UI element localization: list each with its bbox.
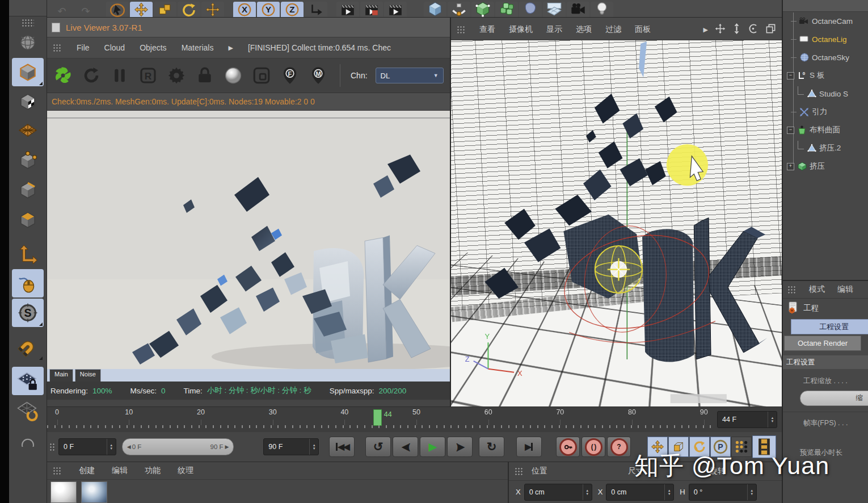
render-queue-icon[interactable]: [384, 2, 407, 17]
current-frame-handle[interactable]: [373, 409, 382, 426]
light-bulb-icon[interactable]: [591, 2, 613, 17]
viewport-mouse[interactable]: [12, 269, 44, 297]
spinner-arrows-icon[interactable]: ▲▼: [664, 484, 673, 500]
make-editable-globe[interactable]: [12, 28, 44, 57]
menubar-grip[interactable]: [53, 44, 62, 52]
vp-rotate-icon[interactable]: [748, 23, 759, 36]
next-key-icon[interactable]: )▶: [447, 437, 473, 457]
primitive-cube-icon[interactable]: [424, 2, 446, 17]
axis-y-button[interactable]: Y: [257, 2, 280, 17]
tab-project-settings[interactable]: 工程设置: [791, 319, 868, 334]
prev-key-icon[interactable]: ◀(: [393, 437, 418, 457]
keyframe-help-icon[interactable]: ?: [607, 437, 631, 457]
vp-menu-display[interactable]: 显示: [546, 24, 562, 35]
material-thumb-blue[interactable]: [81, 481, 107, 503]
vp-zoom-icon[interactable]: [732, 23, 741, 36]
current-frame-marker[interactable]: 44: [373, 409, 392, 426]
project-scale-button[interactable]: 缩: [800, 391, 868, 406]
material-grip[interactable]: [53, 467, 62, 475]
vp-menu-options[interactable]: 选项: [576, 24, 592, 35]
undo-icon[interactable]: ↶: [50, 2, 73, 17]
menu-objects[interactable]: Objects: [140, 43, 166, 52]
tree-item-studio-s[interactable]: Studio S: [783, 85, 868, 103]
tree-item-octanelight[interactable]: OctaneLig: [783, 30, 868, 48]
snap-magnet[interactable]: [12, 333, 44, 361]
camera-icon[interactable]: [567, 2, 589, 17]
tree-item-octanesky[interactable]: OctaneSky: [783, 48, 868, 66]
texture-mode-cube[interactable]: [12, 87, 44, 116]
workplane-grid[interactable]: [12, 117, 44, 145]
settings-gear-icon[interactable]: [166, 65, 187, 86]
focus-picker-pin-icon[interactable]: F: [280, 65, 300, 86]
tree-item-s-ban[interactable]: − 0 S 板: [783, 66, 868, 85]
points-mode-cube[interactable]: [12, 146, 44, 175]
rotate-tool-icon[interactable]: [178, 2, 200, 17]
volume-blob-icon[interactable]: [519, 2, 542, 17]
vp-menu-view[interactable]: 查看: [479, 24, 495, 35]
loop-forward-icon[interactable]: ↻: [479, 437, 504, 457]
workplane-lock[interactable]: [12, 367, 44, 395]
model-mode-cube[interactable]: [12, 58, 44, 86]
restart-render-icon[interactable]: [81, 65, 102, 86]
vp-menu-overflow-icon[interactable]: ▶: [703, 26, 708, 33]
start-frame-spinner[interactable]: 0 F ▲▼: [58, 438, 116, 455]
floor-sky-icon[interactable]: [543, 2, 566, 17]
viewport-grip[interactable]: [457, 26, 466, 33]
position-x-field[interactable]: 0 cm ▲▼: [524, 484, 592, 501]
coordinates-grip[interactable]: [515, 467, 524, 475]
expand-plus-icon[interactable]: +: [787, 163, 794, 170]
material-thumb-white[interactable]: [50, 481, 77, 503]
move-tool-icon[interactable]: [130, 2, 153, 17]
goto-start-icon[interactable]: ◀◀: [329, 437, 355, 457]
axis-x-button[interactable]: X: [233, 2, 256, 17]
render-settings-icon[interactable]: [360, 2, 383, 17]
tree-item-extrude[interactable]: + 挤压: [783, 157, 868, 175]
tree-item-gravity[interactable]: 引力: [783, 103, 868, 121]
mat-menu-create[interactable]: 创建: [79, 466, 95, 476]
vp-move-icon[interactable]: [715, 23, 726, 36]
menu-materials[interactable]: Materials: [182, 43, 214, 52]
tree-item-cloth-surface[interactable]: − 布料曲面: [783, 121, 868, 139]
vp-maximize-icon[interactable]: [765, 23, 776, 36]
generator-cube-icon[interactable]: [471, 2, 494, 17]
lock-resolution-icon[interactable]: [195, 65, 215, 86]
axis-z-button[interactable]: Z: [281, 2, 304, 17]
spinner-arrows-icon[interactable]: ▲▼: [583, 484, 592, 500]
tree-item-octanecamera[interactable]: OctaneCam: [783, 12, 868, 30]
vp-menu-cameras[interactable]: 摄像机: [509, 24, 533, 35]
snap-s-circle[interactable]: S: [12, 299, 44, 327]
scale-tool-icon[interactable]: [154, 2, 176, 17]
collapse-minus-icon[interactable]: −: [787, 72, 794, 79]
deformer-bend-icon[interactable]: [448, 2, 470, 17]
play-icon[interactable]: ▶: [420, 437, 445, 457]
vp-menu-panel[interactable]: 面板: [635, 24, 651, 35]
mat-menu-texture[interactable]: 纹理: [178, 466, 193, 476]
range-right-arrow-icon[interactable]: ▶: [224, 444, 229, 450]
material-picker-pin-icon[interactable]: M: [308, 65, 328, 86]
tab-noise[interactable]: Noise: [75, 369, 101, 382]
record-key-icon[interactable]: [556, 437, 580, 457]
menu-file[interactable]: File: [77, 43, 90, 52]
end-frame-spinner[interactable]: 90 F ▲▼: [263, 438, 319, 455]
render-view-icon[interactable]: [336, 2, 359, 17]
region-render-icon[interactable]: [251, 65, 272, 86]
hidden-partial-icon[interactable]: [12, 426, 44, 454]
viewport-canvas[interactable]: Y X Z: [451, 40, 782, 406]
autokey-icon[interactable]: ( ): [582, 437, 605, 457]
spinner-arrows-icon[interactable]: ▲▼: [107, 439, 116, 455]
ap-menu-edit[interactable]: 编辑: [837, 284, 853, 295]
collapse-minus-icon[interactable]: −: [787, 127, 794, 134]
attribute-grip[interactable]: [787, 286, 797, 294]
redo-icon[interactable]: ↷: [74, 2, 97, 17]
channel-dropdown[interactable]: DL ▼: [376, 68, 444, 83]
spinner-arrows-icon[interactable]: ▲▼: [747, 484, 756, 500]
edges-mode-cube[interactable]: [12, 176, 44, 204]
menu-cloud[interactable]: Cloud: [104, 43, 125, 52]
loop-back-icon[interactable]: ↺: [365, 437, 391, 457]
size-x-field[interactable]: 0 cm ▲▼: [606, 484, 674, 501]
render-view[interactable]: [47, 111, 450, 369]
tab-octane-render[interactable]: Octane Render: [784, 336, 861, 351]
spinner-arrows-icon[interactable]: ▲▼: [768, 412, 777, 427]
mat-menu-function[interactable]: 功能: [145, 466, 161, 476]
ap-menu-mode[interactable]: 模式: [809, 284, 825, 295]
